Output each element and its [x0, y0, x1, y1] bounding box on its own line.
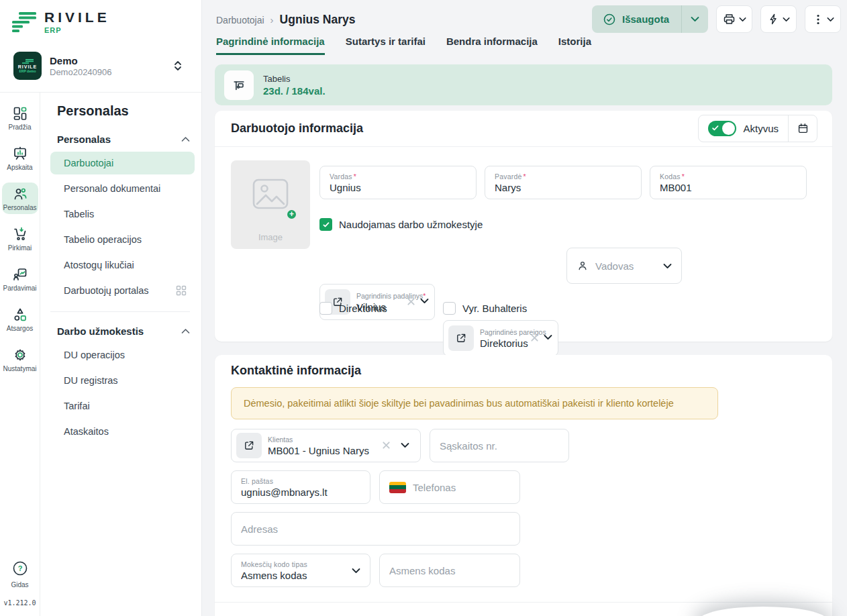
vardas-input[interactable]: [330, 182, 466, 193]
kodo-tipas-value[interactable]: [241, 570, 360, 581]
sidebar-item-du-operacijos[interactable]: DU operacijos: [50, 344, 195, 366]
menu-item-label: Atostogų likučiai: [64, 260, 134, 270]
direktorius-checkbox-label: Direktorius: [339, 303, 387, 314]
section-header-personalas[interactable]: Personalas: [57, 134, 190, 145]
workspace-selector[interactable]: RIVILE ERP demo Demo Demo20240906: [8, 48, 193, 84]
external-link-icon: [455, 332, 467, 344]
image-label: Image: [231, 232, 310, 242]
active-toggle[interactable]: Aktyvus: [699, 121, 788, 136]
checkbox-checked-icon: [319, 218, 332, 231]
add-image-icon[interactable]: +: [286, 209, 297, 220]
tab-bar: Pagrindinė informacija Sutartys ir tarif…: [216, 36, 591, 55]
rail-item-personalas[interactable]: Personalas: [2, 183, 38, 214]
brand-sub: ERP: [44, 26, 110, 34]
menu-item-label: Darbuotojų portalas: [64, 285, 149, 296]
quick-actions-button[interactable]: [760, 5, 797, 33]
tab-bendra-informacija[interactable]: Bendra informacija: [446, 36, 538, 55]
menu-item-label: Ataskaitos: [64, 426, 109, 437]
vadovas-select[interactable]: Vadovas: [566, 248, 682, 284]
workspace-logo-bars-icon: [21, 59, 34, 64]
vardas-field[interactable]: Vardas*: [319, 166, 477, 199]
clear-icon[interactable]: [407, 297, 415, 306]
direktorius-checkbox[interactable]: Direktorius: [319, 302, 387, 315]
open-klientas-button[interactable]: [236, 433, 262, 458]
banner-title: Tabelis: [263, 74, 326, 84]
card-section-divider: [215, 602, 832, 603]
klientas-select[interactable]: Klientas MB001 - Ugnius Narys: [231, 429, 421, 462]
nav-rail: Pradžia Apskaita: [0, 93, 40, 616]
kodas-input[interactable]: [660, 182, 797, 193]
asmens-kodas-input[interactable]: [389, 565, 510, 576]
active-control: Aktyvus: [698, 115, 817, 142]
menu-divider: [50, 311, 190, 312]
rail-item-nustatymai[interactable]: Nustatymai: [2, 344, 38, 375]
chevron-down-icon[interactable]: [420, 298, 429, 304]
tabelis-iconbox: [224, 70, 254, 100]
rail-item-label: Gidas: [11, 581, 28, 588]
history-calendar-button[interactable]: [789, 115, 817, 142]
sidebar-item-du-registras[interactable]: DU registras: [50, 369, 195, 392]
pastas-input[interactable]: [241, 486, 360, 498]
sidebar-item-tabelis[interactable]: Tabelis: [50, 203, 195, 225]
clear-icon[interactable]: [530, 333, 539, 342]
chevron-down-icon: [783, 17, 790, 22]
save-split-button[interactable]: Išsaugota: [592, 5, 708, 33]
breadcrumb-parent[interactable]: Darbuotojai: [216, 15, 264, 25]
saskaitos-input[interactable]: [440, 440, 559, 452]
active-label: Aktyvus: [743, 123, 779, 134]
tabelis-banner[interactable]: Tabelis 23d. / 184val.: [215, 64, 832, 105]
menu-item-label: Tabelis: [64, 209, 94, 219]
sidebar-item-tarifai[interactable]: Tarifai: [50, 395, 195, 417]
rail-item-pirkimai[interactable]: Pirkimai: [2, 223, 38, 254]
adresas-input[interactable]: [241, 523, 510, 535]
telefonas-field[interactable]: Telefonas: [379, 470, 520, 504]
sidebar-item-darbuotojai[interactable]: Darbuotojai: [50, 152, 195, 174]
sidebar-item-personalo-dokumentai[interactable]: Personalo dokumentai: [50, 177, 195, 200]
calendar-icon: [797, 122, 809, 135]
open-pareigos-button[interactable]: [448, 325, 474, 351]
pareigos-select[interactable]: Pagrindinės pareigos Direktorius: [443, 320, 558, 356]
asmens-kodas-field[interactable]: [379, 554, 520, 587]
save-menu-caret[interactable]: [681, 5, 708, 33]
kodas-field[interactable]: Kodas*: [650, 166, 807, 199]
breadcrumb: Darbuotojai › Ugnius Narys: [216, 13, 355, 27]
workspace-logo: RIVILE ERP demo: [13, 52, 42, 80]
rail-item-label: Pirkimai: [8, 244, 32, 252]
chevron-down-icon[interactable]: [352, 568, 360, 574]
employee-photo-upload[interactable]: + Image: [231, 160, 310, 249]
rail-item-apskaita[interactable]: Apskaita: [2, 142, 38, 174]
adresas-field[interactable]: [231, 512, 520, 546]
rail-item-label: Atsargos: [7, 325, 33, 332]
sidebar-item-ataskaitos[interactable]: Ataskaitos: [50, 420, 195, 443]
vyr-buhalteris-checkbox[interactable]: Vyr. Buhalteris: [443, 302, 527, 315]
pavarde-input[interactable]: [495, 182, 632, 193]
rail-item-gidas[interactable]: ? Gidas: [2, 556, 38, 591]
sidebar-item-darbuotoju-portalas[interactable]: Darbuotojų portalas: [50, 279, 195, 302]
tab-istorija[interactable]: Istorija: [558, 36, 591, 55]
pavarde-field[interactable]: Pavardė*: [485, 166, 642, 199]
sidebar: RIVILE ERP RIVILE ERP demo Demo Demo2024…: [0, 0, 202, 616]
more-options-button[interactable]: [805, 5, 841, 33]
payroll-checkbox[interactable]: Naudojamas darbo užmokestyje: [319, 218, 483, 231]
clear-icon[interactable]: [382, 441, 391, 450]
rail-item-pardavimai[interactable]: Pardavimai: [2, 263, 38, 295]
chevron-down-icon: [691, 16, 699, 22]
kodo-tipas-select[interactable]: Mokesčių kodo tipas: [231, 554, 370, 587]
chevron-down-icon[interactable]: [401, 442, 409, 448]
rail-item-pradzia[interactable]: Pradžia: [2, 102, 38, 134]
contact-warning-banner: Dėmesio, pakeitimai atlikti šioje skilty…: [231, 387, 718, 419]
chevron-down-icon[interactable]: [544, 334, 552, 340]
sidebar-item-atostogu-likuciai[interactable]: Atostogų likučiai: [50, 254, 195, 276]
printer-icon: [722, 12, 736, 26]
section-header-darbo-uzmokestis[interactable]: Darbo užmokestis: [57, 325, 190, 337]
tab-sutartys-ir-tarifai[interactable]: Sutartys ir tarifai: [346, 36, 426, 55]
tab-pagrindine-informacija[interactable]: Pagrindinė informacija: [216, 36, 325, 55]
lithuania-flag-icon[interactable]: [389, 482, 406, 493]
print-button[interactable]: [716, 5, 752, 33]
rivile-logo-icon: [11, 11, 38, 34]
saskaitos-field[interactable]: [430, 429, 569, 462]
save-button[interactable]: Išsaugota: [592, 5, 681, 33]
sidebar-item-tabelio-operacijos[interactable]: Tabelio operacijos: [50, 228, 195, 251]
rail-item-atsargos[interactable]: Atsargos: [2, 303, 38, 335]
pastas-field[interactable]: El. paštas: [231, 470, 370, 504]
